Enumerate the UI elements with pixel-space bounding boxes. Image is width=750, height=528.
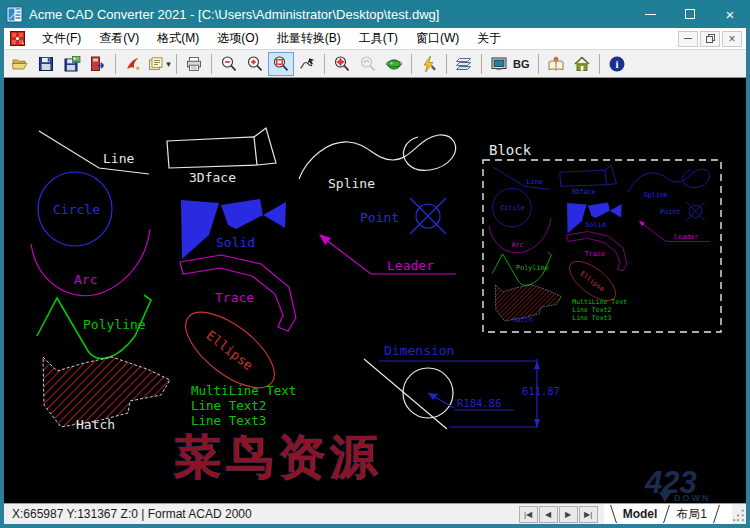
- help-button[interactable]: [543, 52, 569, 76]
- zoom-window-icon: [272, 55, 290, 73]
- layers-button[interactable]: [451, 52, 477, 76]
- menu-view[interactable]: 查看(V): [90, 28, 148, 49]
- maximize-button[interactable]: [670, 0, 710, 28]
- next-layout-button[interactable]: ▶: [559, 506, 578, 523]
- point-entity: Point: [360, 198, 446, 234]
- toolbar-separator: [324, 54, 325, 74]
- toolbar-separator: [115, 54, 116, 74]
- help-book-icon: [547, 55, 565, 73]
- mdi-restore-button[interactable]: [700, 31, 720, 47]
- batch-convert-icon: [147, 55, 165, 73]
- hatch-entity: Hatch: [43, 357, 170, 432]
- window-title: Acme CAD Converter 2021 - [C:\Users\Admi…: [29, 7, 439, 22]
- block-contents: [489, 166, 710, 325]
- previous-layout-button[interactable]: ◀: [539, 506, 558, 523]
- menu-batch-convert[interactable]: 批量转换(B): [268, 28, 350, 49]
- minimize-icon: [645, 14, 656, 15]
- leader-entity: Leader: [319, 234, 456, 274]
- export-icon: [89, 55, 107, 73]
- zoom-extents-button[interactable]: [329, 52, 355, 76]
- tab-separator: [663, 505, 670, 523]
- minimize-button[interactable]: [630, 0, 670, 28]
- tab-separator: [713, 505, 720, 523]
- resize-grip[interactable]: [732, 504, 746, 524]
- about-button[interactable]: i: [604, 52, 630, 76]
- layout-tabs: Model 布局1: [604, 504, 732, 524]
- polyline-label: Polyline: [83, 317, 146, 332]
- save-as-button[interactable]: [59, 52, 85, 76]
- toolbar-separator: [176, 54, 177, 74]
- dimension-label: Dimension: [384, 343, 454, 358]
- zoom-out-button[interactable]: [216, 52, 242, 76]
- toolbar-separator: [211, 54, 212, 74]
- print-icon: [185, 55, 203, 73]
- menu-about[interactable]: 关于: [468, 28, 510, 49]
- zoom-out-icon: [220, 55, 238, 73]
- polyline-entity: Polyline: [37, 295, 151, 358]
- mtext-entity: MultiLine Text Line Text2 Line Text3: [191, 383, 296, 428]
- export-button[interactable]: [85, 52, 111, 76]
- bg-label: BG: [513, 58, 530, 70]
- home-icon: [573, 55, 591, 73]
- mdi-close-button[interactable]: ×: [722, 31, 742, 47]
- background-monitor-icon: [490, 55, 508, 73]
- toolbar-separator: [599, 54, 600, 74]
- mdi-minimize-button[interactable]: [678, 31, 698, 47]
- maximize-icon: [685, 9, 695, 19]
- tab-model[interactable]: Model: [621, 504, 660, 524]
- hatch-label: Hatch: [76, 417, 115, 432]
- dimension-entity: Dimension 611.87 R184.86: [364, 343, 560, 429]
- pdf-icon: [124, 55, 142, 73]
- line-entity: Line: [39, 131, 149, 174]
- spline-label: Spline: [328, 176, 375, 191]
- pdf-button[interactable]: [120, 52, 146, 76]
- block-label: Block: [489, 142, 532, 158]
- mtext-line2: Line Text2: [191, 398, 266, 413]
- orbit-icon: [385, 55, 403, 73]
- zoom-in-button[interactable]: [242, 52, 268, 76]
- app-icon: [6, 6, 23, 23]
- lightning-icon: [420, 55, 438, 73]
- menu-window[interactable]: 窗口(W): [407, 28, 468, 49]
- mtext-line3: Line Text3: [191, 413, 266, 428]
- solid-label: Solid: [216, 235, 255, 250]
- logo-word: DOWN: [674, 493, 711, 503]
- info-icon: i: [608, 55, 626, 73]
- face3d-label: 3Dface: [189, 170, 236, 185]
- save-icon: [37, 55, 55, 73]
- save-as-icon: [63, 55, 81, 73]
- orbit-button[interactable]: [381, 52, 407, 76]
- print-button[interactable]: [181, 52, 207, 76]
- background-color-button[interactable]: [486, 52, 512, 76]
- tab-layout1[interactable]: 布局1: [674, 504, 709, 524]
- mdi-restore-icon: [706, 34, 715, 43]
- menu-options[interactable]: 选项(O): [208, 28, 267, 49]
- mtext-line1: MultiLine Text: [191, 383, 296, 398]
- quick-markup-button[interactable]: [416, 52, 442, 76]
- home-button[interactable]: [569, 52, 595, 76]
- batch-convert-caret-icon: ▾: [166, 59, 171, 69]
- menu-format[interactable]: 格式(M): [148, 28, 208, 49]
- pan-button[interactable]: [294, 52, 320, 76]
- arc-entity: Arc: [31, 229, 150, 296]
- zoom-previous-button[interactable]: [355, 52, 381, 76]
- last-layout-button[interactable]: ▶|: [579, 506, 598, 523]
- zoom-previous-icon: [359, 55, 377, 73]
- spline-entity: Spline: [299, 135, 456, 191]
- first-layout-button[interactable]: |◀: [519, 506, 538, 523]
- menu-file[interactable]: 文件(F): [33, 28, 90, 49]
- svg-text:i: i: [615, 58, 618, 70]
- open-button[interactable]: [7, 52, 33, 76]
- dimension-radius-value: R184.86: [457, 397, 501, 409]
- trace-label: Trace: [215, 290, 254, 305]
- drawing-viewport[interactable]: Line Circle Arc 3Dface: [4, 78, 746, 503]
- zoom-window-button[interactable]: [268, 52, 294, 76]
- point-label: Point: [360, 210, 399, 225]
- batch-convert-button[interactable]: ▾: [146, 52, 172, 76]
- tab-separator: [610, 505, 617, 523]
- leader-label: Leader: [387, 258, 434, 273]
- close-button[interactable]: ×: [710, 0, 750, 28]
- menu-tools[interactable]: 工具(T): [350, 28, 407, 49]
- save-button[interactable]: [33, 52, 59, 76]
- cn-watermark: 菜鸟资源: [173, 429, 382, 484]
